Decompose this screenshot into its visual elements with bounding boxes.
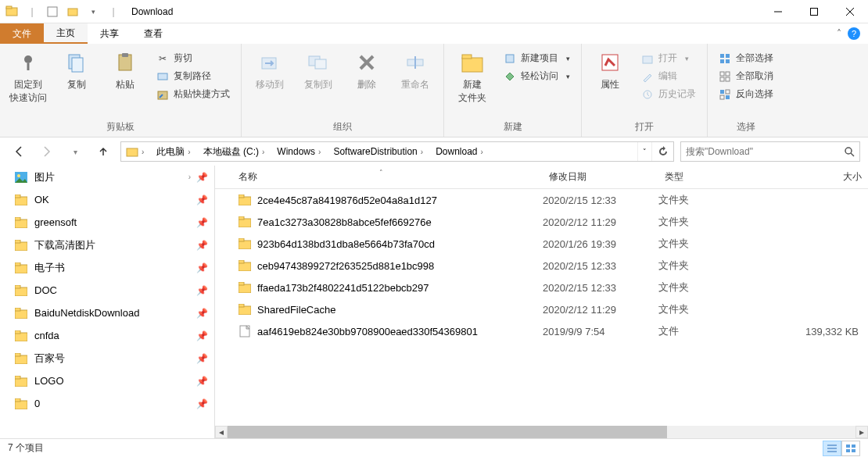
properties-button[interactable]: 属性 [588,47,632,91]
moveto-icon [257,50,282,75]
breadcrumb-segment[interactable]: SoftwareDistribution› [328,142,431,161]
tab-share[interactable]: 共享 [88,23,131,44]
history-button[interactable]: 历史记录 [637,86,701,102]
column-size[interactable]: 大小 [774,170,868,184]
addr-dropdown[interactable]: ˅ [637,142,651,161]
rename-button[interactable]: 重命名 [393,47,437,91]
qat-checkbox-icon[interactable] [44,3,61,20]
nav-item-label: 下载高清图片 [34,238,95,252]
svg-rect-77 [239,304,244,307]
invert-selection-button[interactable]: 反向选择 [714,86,778,102]
column-type[interactable]: 类型 [658,170,774,184]
svg-rect-41 [127,148,138,156]
nav-item[interactable]: OK📌 [0,188,214,211]
svg-rect-59 [15,330,20,334]
up-button[interactable] [92,141,114,162]
file-row[interactable]: ceb94743899272f263525d881e1bc9982020/2/1… [215,255,868,277]
move-to-button[interactable]: 移动到 [248,47,292,91]
maximize-button[interactable] [796,0,832,23]
file-list-pane: ˄名称 修改日期 类型 大小 2ce4e45c87a8419876d52e04a… [215,166,868,438]
qat-folder-icon[interactable] [64,3,81,20]
tab-view[interactable]: 查看 [131,23,175,44]
minimize-button[interactable] [760,0,796,23]
select-all-button[interactable]: 全部选择 [714,50,778,66]
copy-to-button[interactable]: 复制到 [296,47,340,91]
open-button[interactable]: 打开▾ [637,50,701,66]
nav-item-label: DOC [34,284,57,296]
forward-button[interactable] [36,141,58,162]
address-box[interactable]: › 此电脑›本地磁盘 (C:)›Windows›SoftwareDistribu… [120,141,674,162]
file-type: 文件夹 [658,193,774,207]
file-row[interactable]: 923b64d138bd31dba8e5664b73fa70cd2020/1/2… [215,233,868,255]
horizontal-scrollbar[interactable]: ◂ ▸ [215,426,868,438]
scroll-right-button[interactable]: ▸ [855,426,868,438]
svg-point-8 [24,55,32,63]
file-row[interactable]: 7ea1c3273a30828b8abce5fef669276e2020/2/1… [215,211,868,233]
file-row[interactable]: 2ce4e45c87a8419876d52e04a8a1d1272020/2/1… [215,189,868,211]
file-row[interactable]: SharedFileCache2020/2/12 11:29文件夹 [215,298,868,320]
edit-button[interactable]: 编辑 [637,68,701,84]
tab-file[interactable]: 文件 [0,23,44,44]
folder-icon [14,307,28,320]
new-folder-button[interactable]: 新建 文件夹 [450,47,494,105]
column-date[interactable]: 修改日期 [543,170,658,184]
addr-root-icon[interactable]: › [121,142,152,161]
recent-dropdown[interactable]: ▾ [64,141,86,162]
breadcrumb-segment[interactable]: Download› [431,142,491,161]
cut-button[interactable]: ✂剪切 [152,50,235,66]
select-none-button[interactable]: 全部取消 [714,68,778,84]
nav-item[interactable]: LOGO📌 [0,370,214,392]
qat-dropdown-icon[interactable]: ▾ [84,3,102,20]
nav-item[interactable]: 电子书📌 [0,256,214,279]
details-view-button[interactable] [823,441,841,456]
search-icon[interactable] [844,146,855,157]
nav-item[interactable]: 百家号📌 [0,347,214,370]
refresh-button[interactable] [651,142,673,161]
folder-icon [14,375,28,387]
breadcrumb-segment[interactable]: Windows› [272,142,328,161]
collapse-ribbon-icon[interactable]: ˄ [837,28,841,39]
icons-view-button[interactable] [841,441,860,456]
scrollbar-thumb[interactable] [228,426,667,438]
ribbon-group-new: 新建 文件夹 新建项目▾ 轻松访问▾ 新建 [444,44,582,137]
svg-rect-74 [239,284,251,293]
tab-home[interactable]: 主页 [44,23,88,44]
search-box[interactable] [680,141,860,162]
search-input[interactable] [686,146,844,157]
nav-item[interactable]: 0📌 [0,392,214,415]
nav-item[interactable]: 下载高清图片📌 [0,234,214,256]
file-row[interactable]: ffaeda173b2f4802241d5122bebcb2972020/2/1… [215,277,868,298]
nav-item-label: cnfda [34,330,59,341]
paste-button[interactable]: 粘贴 [103,47,147,91]
paste-shortcut-button[interactable]: 粘贴快捷方式 [152,86,235,102]
breadcrumb-segment[interactable]: 此电脑› [152,142,198,161]
pin-icon: 📌 [196,330,208,341]
chevron-right-icon[interactable]: › [188,173,191,181]
svg-rect-39 [720,95,724,99]
scroll-left-button[interactable]: ◂ [215,426,228,438]
nav-item[interactable]: BaiduNetdiskDownload📌 [0,302,214,324]
nav-item[interactable]: 图片›📌 [0,166,214,188]
close-button[interactable] [832,0,868,23]
ribbon-group-select: 全部选择 全部取消 反向选择 选择 [708,44,784,137]
new-item-button[interactable]: 新建项目▾ [499,50,575,66]
delete-button[interactable]: 删除 [345,47,389,91]
folder-icon [239,237,251,250]
copy-path-button[interactable]: 复制路径 [152,68,235,84]
invert-icon [719,88,731,101]
file-icon [239,325,251,337]
pin-to-quickaccess-button[interactable]: 固定到 快速访问 [6,47,50,105]
nav-item[interactable]: DOC📌 [0,279,214,302]
help-icon[interactable]: ? [848,27,860,40]
copy-button[interactable]: 复制 [55,47,99,91]
back-button[interactable] [8,141,30,162]
nav-item[interactable]: greensoft📌 [0,211,214,234]
column-name[interactable]: ˄名称 [215,170,543,184]
nav-item[interactable]: cnfda📌 [0,324,214,347]
breadcrumb-segment[interactable]: 本地磁盘 (C:)› [199,142,273,161]
file-row[interactable]: aaf4619eb824e30bb9708900eaed330f54369801… [215,320,868,342]
easy-access-button[interactable]: 轻松访问▾ [499,68,575,84]
svg-rect-66 [239,197,251,205]
svg-rect-83 [852,445,855,448]
file-type: 文件夹 [658,259,774,273]
